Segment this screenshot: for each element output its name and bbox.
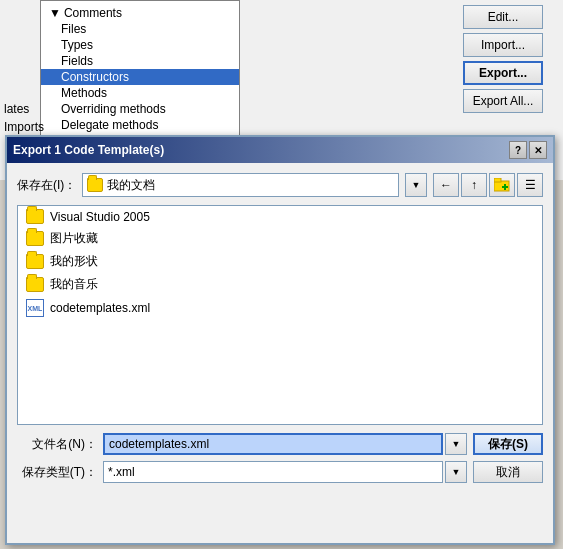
file-name-myshape: 我的形状 xyxy=(50,253,98,270)
side-label-lates: lates xyxy=(0,100,48,118)
filetype-input[interactable] xyxy=(103,461,443,483)
location-label: 保存在(I)： xyxy=(17,177,76,194)
dialog-titlebar: Export 1 Code Template(s) ? ✕ xyxy=(7,137,553,163)
file-item-mymusic[interactable]: 我的音乐 xyxy=(18,273,542,296)
filename-row: 文件名(N)： ▼ 保存(S) xyxy=(17,433,543,455)
side-label-imports: Imports xyxy=(0,118,48,136)
collapse-icon: ▼ xyxy=(49,6,61,20)
location-value: 我的文档 xyxy=(107,177,155,194)
export-dialog: Export 1 Code Template(s) ? ✕ 保存在(I)： 我的… xyxy=(5,135,555,545)
svg-rect-1 xyxy=(494,178,501,182)
folder-icon-myshape xyxy=(26,254,44,269)
side-labels: lates Imports xyxy=(0,100,48,136)
view-icon-btn[interactable]: ☰ xyxy=(517,173,543,197)
close-button[interactable]: ✕ xyxy=(529,141,547,159)
file-item-xml[interactable]: XML codetemplates.xml xyxy=(18,296,542,320)
filetype-dropdown[interactable]: ▼ xyxy=(445,461,467,483)
file-item-myshape[interactable]: 我的形状 xyxy=(18,250,542,273)
file-name-picfav: 图片收藏 xyxy=(50,230,98,247)
filename-input-wrap: ▼ xyxy=(103,433,467,455)
tree-item-comments[interactable]: ▼ Comments xyxy=(41,5,239,21)
filename-label: 文件名(N)： xyxy=(17,436,97,453)
up-icon-btn[interactable]: ↑ xyxy=(461,173,487,197)
toolbar-icons: ← ↑ ☰ xyxy=(433,173,543,197)
folder-icon xyxy=(87,178,103,192)
filetype-input-wrap: ▼ xyxy=(103,461,467,483)
export-all-button[interactable]: Export All... xyxy=(463,89,543,113)
file-item-vs2005[interactable]: Visual Studio 2005 xyxy=(18,206,542,227)
tree-item-methods[interactable]: Methods xyxy=(41,85,239,101)
folder-icon-mymusic xyxy=(26,277,44,292)
titlebar-buttons: ? ✕ xyxy=(509,141,547,159)
filename-dropdown[interactable]: ▼ xyxy=(445,433,467,455)
xml-icon: XML xyxy=(26,299,44,317)
save-button[interactable]: 保存(S) xyxy=(473,433,543,455)
file-name-mymusic: 我的音乐 xyxy=(50,276,98,293)
filetype-row: 保存类型(T)： ▼ 取消 xyxy=(17,461,543,483)
tree-item-delegate[interactable]: Delegate methods xyxy=(41,117,239,133)
back-icon-btn[interactable]: ← xyxy=(433,173,459,197)
help-button[interactable]: ? xyxy=(509,141,527,159)
edit-button[interactable]: Edit... xyxy=(463,5,543,29)
filetype-label: 保存类型(T)： xyxy=(17,464,97,481)
filename-input[interactable] xyxy=(103,433,443,455)
file-list[interactable]: Visual Studio 2005 图片收藏 我的形状 我的音乐 XML co… xyxy=(17,205,543,425)
action-buttons: Edit... Import... Export... Export All..… xyxy=(463,5,543,113)
new-folder-icon xyxy=(494,178,510,192)
cancel-button[interactable]: 取消 xyxy=(473,461,543,483)
export-button[interactable]: Export... xyxy=(463,61,543,85)
tree-panel: ▼ Comments Files Types Fields Constructo… xyxy=(40,0,240,138)
tree-item-files[interactable]: Files xyxy=(41,21,239,37)
import-button[interactable]: Import... xyxy=(463,33,543,57)
file-name-xml: codetemplates.xml xyxy=(50,301,150,315)
location-dropdown[interactable]: ▼ xyxy=(405,173,427,197)
tree-item-constructors[interactable]: Constructors xyxy=(41,69,239,85)
tree-item-fields[interactable]: Fields xyxy=(41,53,239,69)
tree-item-types[interactable]: Types xyxy=(41,37,239,53)
folder-icon-vs2005 xyxy=(26,209,44,224)
file-item-picfav[interactable]: 图片收藏 xyxy=(18,227,542,250)
folder-icon-picfav xyxy=(26,231,44,246)
tree-item-overriding[interactable]: Overriding methods xyxy=(41,101,239,117)
file-name-vs2005: Visual Studio 2005 xyxy=(50,210,150,224)
location-bar: 保存在(I)： 我的文档 ▼ ← ↑ ☰ xyxy=(17,173,543,197)
dialog-content: 保存在(I)： 我的文档 ▼ ← ↑ ☰ xyxy=(7,163,553,499)
dialog-title: Export 1 Code Template(s) xyxy=(13,143,164,157)
location-combo[interactable]: 我的文档 xyxy=(82,173,399,197)
new-folder-icon-btn[interactable] xyxy=(489,173,515,197)
